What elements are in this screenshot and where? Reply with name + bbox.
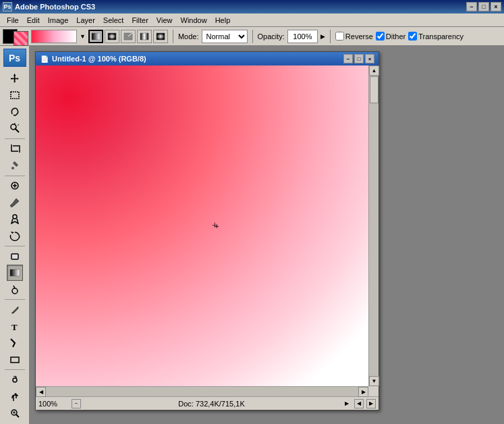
svg-point-25 (13, 378, 17, 382)
transparency-checkbox[interactable] (408, 32, 417, 41)
doc-close-button[interactable]: × (365, 54, 374, 63)
scroll-track-v[interactable] (369, 76, 379, 376)
svg-text:T: T (11, 322, 18, 332)
tool-separator-1 (5, 138, 25, 139)
status-info-arrow[interactable]: ▶ (342, 399, 352, 408)
vertical-scrollbar[interactable]: ▲ ▼ (368, 65, 379, 386)
tool-separator-4 (5, 299, 25, 300)
tool-pen[interactable] (7, 302, 23, 318)
canvas-content[interactable]: + (36, 65, 368, 386)
tool-3d-rotate[interactable] (7, 372, 23, 388)
dither-label: Dither (386, 32, 405, 41)
tool-eraser[interactable] (7, 248, 23, 265)
scroll-up-button[interactable]: ▲ (369, 65, 379, 76)
status-scroll-right[interactable]: ▶ (366, 399, 376, 408)
reverse-label: Reverse (345, 32, 373, 41)
gradient-arrow-icon[interactable]: ▼ (80, 33, 86, 40)
svg-point-17 (13, 215, 17, 219)
svg-marker-6 (10, 74, 18, 83)
menu-file[interactable]: File (3, 15, 23, 26)
tool-gradient[interactable] (7, 265, 23, 281)
tool-type[interactable]: T (7, 319, 23, 335)
menu-layer[interactable]: Layer (72, 15, 99, 26)
app-title: Adobe Photoshop CS3 (15, 3, 95, 11)
svg-rect-24 (11, 357, 19, 363)
dither-checkbox[interactable] (376, 32, 385, 41)
tool-separator-2 (5, 176, 25, 176)
opacity-input[interactable] (287, 30, 318, 43)
tool-hand[interactable] (7, 389, 23, 405)
tool-healing[interactable] (7, 178, 23, 194)
menu-image[interactable]: Image (44, 15, 73, 26)
reverse-checkbox[interactable] (335, 32, 344, 41)
canvas-wrapper: + ▲ ▼ ◀ ▶ (36, 65, 379, 396)
svg-line-28 (16, 415, 19, 417)
svg-point-9 (11, 124, 16, 130)
tool-zoom[interactable] (7, 405, 23, 421)
menu-edit[interactable]: Edit (23, 15, 44, 26)
minimize-button[interactable]: − (466, 2, 477, 11)
toolbar: Ps (0, 46, 30, 424)
transparency-label: Transparency (418, 32, 464, 41)
scroll-track-h[interactable] (46, 387, 358, 396)
mode-select[interactable]: Normal Dissolve Multiply Screen (202, 30, 248, 43)
tool-rect-select[interactable] (7, 87, 23, 103)
background-swatch[interactable] (13, 31, 28, 46)
tool-eyedropper[interactable] (7, 157, 23, 174)
svg-rect-20 (10, 269, 20, 276)
tool-clone[interactable] (7, 211, 23, 228)
horizontal-scrollbar[interactable]: ◀ ▶ (36, 386, 368, 396)
menu-window[interactable]: Window (177, 15, 211, 26)
svg-line-11 (18, 124, 19, 126)
doc-info: Doc: 732,4K/715,1K (84, 400, 339, 408)
document-title-bar[interactable]: 📄 Untitled-1 @ 100% (RGB/8) − □ × (36, 52, 379, 65)
status-scroll-left[interactable]: ◀ (354, 399, 364, 408)
tool-path-select[interactable] (7, 335, 23, 351)
tool-dodge[interactable] (7, 282, 23, 298)
linear-gradient-btn[interactable] (88, 30, 103, 43)
tool-history-brush[interactable] (7, 228, 23, 244)
gradient-preview[interactable] (31, 30, 77, 43)
tool-move[interactable] (7, 70, 23, 86)
diamond-gradient-btn[interactable] (153, 30, 168, 43)
radial-gradient-btn[interactable] (105, 30, 119, 43)
document-window: 📄 Untitled-1 @ 100% (RGB/8) − □ × + (35, 51, 379, 410)
opacity-arrow-icon[interactable]: ▶ (320, 33, 325, 40)
scroll-right-button[interactable]: ▶ (358, 387, 368, 397)
svg-rect-19 (11, 254, 18, 259)
tool-separator-3 (5, 246, 25, 246)
svg-line-22 (13, 286, 15, 288)
svg-point-21 (12, 288, 18, 294)
ps-logo: Ps (3, 49, 26, 67)
svg-rect-5 (157, 33, 165, 40)
angle-gradient-btn[interactable] (121, 30, 136, 43)
maximize-button[interactable]: □ (478, 2, 489, 11)
scroll-left-button[interactable]: ◀ (36, 387, 46, 397)
scroll-thumb-v[interactable] (370, 76, 379, 103)
separator-2 (252, 30, 253, 43)
transparency-checkbox-group: Transparency (408, 32, 464, 41)
tool-magic-wand[interactable] (7, 120, 23, 136)
document-window-controls[interactable]: − □ × (343, 54, 374, 63)
document-title: Untitled-1 @ 100% (RGB/8) (52, 55, 146, 63)
color-swatches (3, 29, 28, 44)
svg-rect-7 (11, 92, 19, 99)
doc-maximize-button[interactable]: □ (354, 54, 364, 63)
close-button[interactable]: × (491, 2, 501, 11)
menu-help[interactable]: Help (211, 15, 235, 26)
doc-minimize-button[interactable]: − (343, 54, 353, 63)
tool-brush[interactable] (7, 194, 23, 211)
separator-1 (173, 30, 173, 43)
zoom-level: 100% (38, 400, 69, 408)
window-controls[interactable]: − □ × (466, 2, 501, 11)
menu-view[interactable]: View (152, 15, 177, 26)
tool-shape[interactable] (7, 352, 23, 368)
zoom-decrease-button[interactable]: − (72, 399, 81, 408)
options-bar: ▼ Mode: Normal Dissolve Multiply Screen … (0, 27, 504, 46)
tool-crop[interactable] (7, 141, 23, 157)
menu-filter[interactable]: Filter (128, 15, 152, 26)
tool-lasso[interactable] (7, 104, 23, 120)
menu-select[interactable]: Select (99, 15, 128, 26)
scroll-down-button[interactable]: ▼ (369, 376, 379, 386)
reflected-gradient-btn[interactable] (137, 30, 152, 43)
